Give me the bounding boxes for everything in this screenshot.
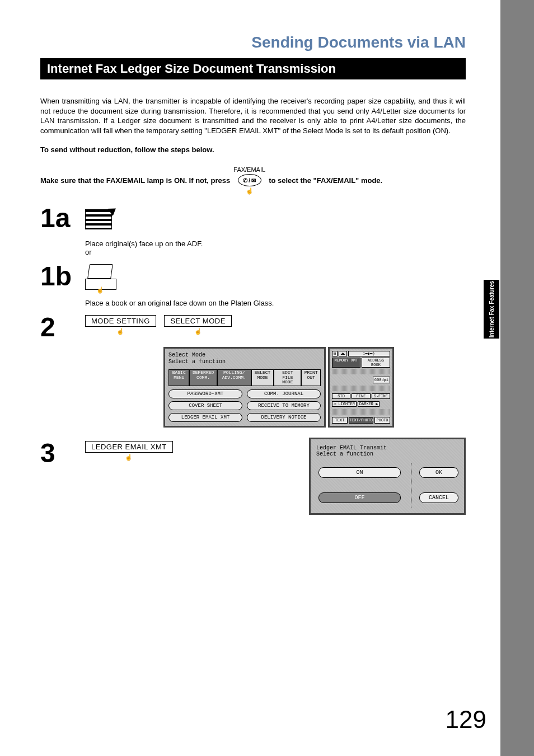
orig-text-photo[interactable]: TEXT/PHOTO [349, 417, 373, 424]
step-1a-or: or [85, 248, 466, 256]
ledger-email-xmt-button[interactable]: LEDGER EMAIL XMT [85, 441, 173, 453]
tab-address-book[interactable]: ADDRESS BOOK [362, 358, 390, 368]
page-number: 129 [446, 706, 486, 734]
fax-email-label: FAX/EMAIL [233, 166, 265, 173]
tab-edit-file-mode[interactable]: EDIT FILE MODE [274, 369, 301, 386]
ok-button[interactable]: OK [419, 467, 458, 478]
ledger-email-transmit-screen: Ledger EMAIL Transmit Select a function … [309, 438, 466, 515]
btn-delivery-notice[interactable]: DELIVERY NOTICE [247, 413, 321, 422]
step-1a-text: Place original(s) face up on the ADF. [85, 240, 466, 248]
keypad-icon[interactable]: ⊞ [332, 351, 338, 356]
select-mode-button[interactable]: SELECT MODE [164, 315, 231, 327]
bold-instruction: To send without reduction, follow the st… [40, 145, 466, 154]
btn-password-xmt[interactable]: PASSWORD-XMT [168, 389, 242, 398]
on-button[interactable]: ON [318, 467, 401, 478]
slider-icon[interactable]: ⟟━▮━⟠ [348, 351, 390, 356]
adf-icon [85, 206, 119, 233]
orig-text[interactable]: TEXT [332, 417, 348, 424]
screen-subtitle: Select a function [168, 359, 321, 365]
screen-tab-row: BASIC MENU DEFERRED COMM. POLLING/ ADV.C… [168, 369, 321, 386]
step-1b: 1b ☝ Place a book or an original face do… [40, 264, 466, 307]
ledger-email-xmt-button-graphic: LEDGER EMAIL XMT ☝ [85, 441, 173, 461]
step-number-2: 2 [40, 315, 74, 339]
page-margin-bar [500, 0, 534, 756]
press-hand-icon: ☝ [125, 454, 133, 461]
content-area: Sending Documents via LAN Internet Fax L… [40, 34, 466, 523]
select-mode-screen: Select Mode Select a function BASIC MENU… [163, 347, 326, 428]
photo-mode-icon[interactable]: ◢◣ [339, 351, 346, 356]
press-hand-icon: ☝ [194, 328, 202, 335]
orig-photo[interactable]: PHOTO [374, 417, 390, 424]
platen-glass-icon: ☝ [85, 264, 119, 292]
press-hand-icon: ☝ [116, 328, 124, 335]
screen-subtitle: Select a function [316, 451, 458, 457]
btn-comm-journal[interactable]: COMM. JOURNAL [247, 389, 321, 398]
section-tab-label: Internet Fax Features [489, 281, 495, 337]
intro-paragraph: When transmitting via LAN, the transmitt… [40, 96, 466, 135]
step-1a: 1a Place original(s) face up on the ADF.… [40, 206, 466, 256]
tab-select-mode[interactable]: SELECT MODE [251, 369, 274, 386]
display-strip [332, 386, 390, 391]
lighter-button[interactable]: ◁ LIGHTER [332, 401, 357, 407]
tab-deferred-comm[interactable]: DEFERRED COMM. [189, 369, 217, 386]
off-button[interactable]: OFF [318, 492, 401, 503]
display-strip [332, 409, 390, 415]
res-std[interactable]: STD [332, 393, 350, 399]
lamp-text-post: to select the "FAX/EMAIL" mode. [269, 176, 382, 185]
step-2: 2 MODE SETTING ☝ SELECT MODE ☝ [40, 315, 466, 339]
tab-print-out[interactable]: PRINT OUT [301, 369, 321, 386]
envelope-icon: ✉ [251, 177, 256, 184]
cancel-button[interactable]: CANCEL [419, 492, 458, 503]
screen-title: Ledger EMAIL Transmit [316, 445, 458, 451]
res-sfine[interactable]: S-FINE [372, 393, 390, 399]
step-3: 3 LEDGER EMAIL XMT ☝ Ledger EMAIL Transm… [40, 441, 466, 515]
fax-email-button-graphic: FAX/EMAIL ✆/✉ ☝ [233, 166, 265, 195]
select-mode-button-graphic: SELECT MODE ☝ [164, 315, 231, 335]
darker-button[interactable]: DARKER ▶ [358, 401, 380, 407]
lamp-instruction: Make sure that the FAX/EMAIL lamp is ON.… [40, 166, 466, 195]
section-tab: Internet Fax Features [484, 280, 499, 339]
mode-setting-button-graphic: MODE SETTING ☝ [85, 315, 156, 335]
mode-setting-button[interactable]: MODE SETTING [85, 315, 156, 327]
press-hand-icon: ☝ [246, 187, 254, 195]
page-title: Sending Documents via LAN [40, 34, 466, 51]
side-settings-panel: ⊞ ◢◣ ⟟━▮━⟠ MEMORY XMT ADDRESS BOOK 600dp… [328, 347, 394, 428]
section-heading: Internet Fax Ledger Size Document Transm… [40, 58, 466, 79]
step-number-1b: 1b [40, 264, 74, 288]
tab-polling-advcomm[interactable]: POLLING/ ADV.COMM. [217, 369, 251, 386]
lamp-text-pre: Make sure that the FAX/EMAIL lamp is ON.… [40, 176, 230, 185]
res-fine[interactable]: FINE [352, 393, 370, 399]
fax-email-oval-icon: ✆/✉ [238, 174, 261, 186]
dpi-indicator[interactable]: 600dpi [373, 377, 390, 383]
step-2-screens: Select Mode Select a function BASIC MENU… [163, 347, 466, 428]
phone-icon: ✆ [243, 177, 247, 184]
screen-title: Select Mode [168, 352, 321, 359]
tab-memory-xmt[interactable]: MEMORY XMT [332, 358, 360, 368]
display-strip [332, 369, 390, 374]
tab-basic-menu[interactable]: BASIC MENU [168, 369, 189, 386]
btn-receive-to-memory[interactable]: RECEIVE TO MEMORY [247, 401, 321, 410]
btn-ledger-email-xmt[interactable]: LEDGER EMAIL XMT [168, 413, 242, 422]
step-number-1a: 1a [40, 206, 74, 230]
step-1b-text: Place a book or an original face down on… [85, 299, 466, 307]
step-number-3: 3 [40, 441, 74, 465]
btn-cover-sheet[interactable]: COVER SHEET [168, 401, 242, 410]
